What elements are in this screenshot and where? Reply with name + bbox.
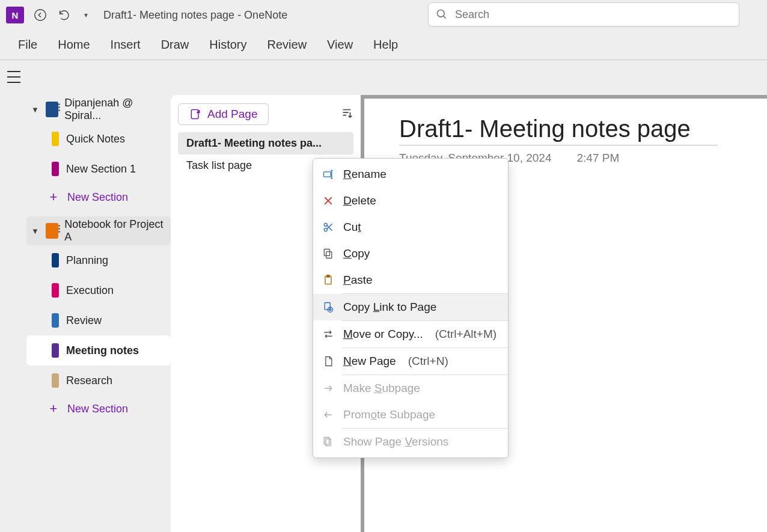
search-input[interactable] [455,8,732,21]
new-page-icon [189,108,201,120]
menu-history[interactable]: History [209,38,246,52]
cut-icon [322,221,335,234]
menu-bar: File Home Insert Draw History Review Vie… [0,30,767,60]
add-page-button[interactable]: Add Page [178,103,269,125]
context-menu-item-copy[interactable]: Copy [313,240,508,267]
menu-draw[interactable]: Draw [161,38,189,52]
svg-rect-14 [324,438,329,445]
context-menu-item-newpage[interactable]: New Page(Ctrl+N) [313,348,508,375]
section-row[interactable]: Execution [26,275,171,305]
copy-icon [322,247,335,260]
delete-icon [322,194,335,207]
context-menu-item-versions: Show Page Versions [313,429,508,455]
section-label: Quick Notes [66,133,125,145]
section-color-tab [52,373,59,388]
context-menu-item-right: Make Subpage [313,375,508,402]
sort-icon [340,106,353,120]
menu-view[interactable]: View [327,38,353,52]
notebook-name: Dipanjenah @ Spiral... [64,97,171,122]
back-button[interactable] [32,7,48,23]
hamburger-icon[interactable] [7,71,22,83]
svg-rect-13 [326,439,331,446]
context-menu-label: Promote Subpage [343,408,435,421]
sort-button[interactable] [340,106,353,123]
notebook-name: Notebook for Project A [64,218,171,243]
context-menu-label: Rename [343,168,387,181]
rename-icon [322,168,335,181]
svg-rect-3 [191,110,198,119]
section-color-tab [52,313,59,328]
app-icon: N [6,7,24,23]
notebook-row[interactable]: ▼ Notebook for Project A [26,216,171,245]
section-label: New Section 1 [66,163,136,176]
svg-rect-8 [324,249,329,256]
svg-point-0 [35,10,46,20]
menu-help[interactable]: Help [373,38,398,52]
window-title: Draft1- Meeting notes page - OneNote [103,9,287,22]
section-label: Review [66,314,102,327]
section-row[interactable]: Quick Notes [26,124,171,154]
newpage-icon [322,355,335,368]
section-label: Meeting notes [66,344,139,357]
new-section-label: New Section [67,403,128,415]
svg-rect-10 [327,275,330,277]
context-menu-item-link[interactable]: Copy Link to Page [313,294,508,320]
section-color-tab [52,132,59,146]
notebook-icon [46,102,59,117]
svg-rect-7 [326,252,332,258]
search-icon [436,8,448,20]
chevron-down-icon: ▼ [31,227,40,236]
page-time: 2:47 PM [577,151,620,165]
versions-icon [322,435,335,448]
page-item-selected[interactable]: Draft1- Meeting notes pa... [178,132,353,154]
context-menu-item-delete[interactable]: Delete [313,188,508,214]
section-row[interactable]: Research [26,365,171,396]
context-menu-label: Copy [343,247,370,260]
chevron-down-icon: ▼ [31,105,40,114]
section-label: Research [66,375,112,387]
context-menu-label: Show Page Versions [343,435,448,448]
new-section-button[interactable]: + New Section [26,184,171,210]
svg-point-1 [438,10,445,17]
context-menu-item-cut[interactable]: Cut [313,214,508,240]
menu-review[interactable]: Review [267,38,307,52]
page-context-menu: RenameDeleteCutCopyPasteCopy Link to Pag… [313,158,509,458]
section-row[interactable]: Review [26,305,171,335]
section-label: Planning [66,254,108,267]
section-row[interactable]: New Section 1 [26,154,171,184]
section-color-tab [52,162,59,176]
plus-icon: + [48,189,59,205]
context-menu-item-move[interactable]: Move or Copy...(Ctrl+Alt+M) [313,321,508,347]
undo-button[interactable] [57,7,72,23]
link-icon [322,301,335,314]
section-color-tab [52,253,59,268]
plus-icon: + [48,401,59,417]
section-row[interactable]: Planning [26,245,171,275]
context-menu-label: Delete [343,194,376,207]
context-menu-item-rename[interactable]: Rename [313,161,508,188]
menu-insert[interactable]: Insert [111,38,141,52]
context-menu-label: Cut [343,221,361,234]
menu-home[interactable]: Home [58,38,90,52]
context-menu-label: Copy Link to Page [343,301,436,314]
context-menu-item-left: Promote Subpage [313,402,508,428]
new-section-button[interactable]: + New Section [26,396,171,422]
context-menu-shortcut: (Ctrl+N) [408,355,448,368]
move-icon [322,328,335,341]
notebook-sidebar: ▼ Dipanjenah @ Spiral... Quick Notes New… [26,60,171,532]
new-section-label: New Section [67,191,128,204]
svg-line-2 [444,16,446,19]
right-icon [322,382,335,395]
section-row-selected[interactable]: Meeting notes [26,335,171,365]
section-color-tab [52,343,59,358]
search-box[interactable] [428,2,739,26]
context-menu-item-paste[interactable]: Paste [313,267,508,293]
menu-file[interactable]: File [18,38,37,52]
svg-rect-4 [324,172,331,177]
page-title[interactable]: Draft1- Meeting notes page [399,115,718,145]
context-menu-label: Make Subpage [343,382,420,395]
qat-dropdown[interactable]: ▾ [81,11,91,19]
section-color-tab [52,283,59,298]
notebook-icon [46,223,59,239]
notebook-row[interactable]: ▼ Dipanjenah @ Spiral... [26,95,171,124]
